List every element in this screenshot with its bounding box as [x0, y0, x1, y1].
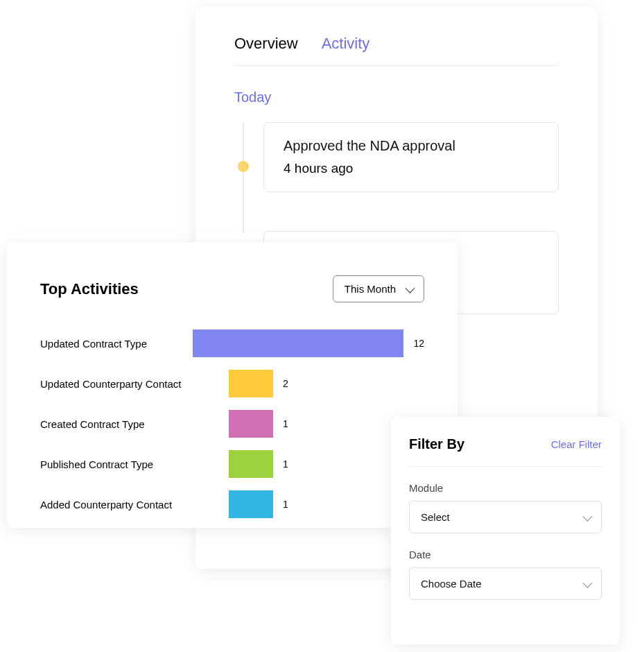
top-activities-panel: Top Activities This Month Updated Contra…	[7, 242, 458, 528]
period-selected-label: This Month	[345, 283, 396, 295]
activity-bar-fill	[229, 370, 273, 397]
tabs: Overview Activity	[234, 35, 559, 66]
period-select[interactable]: This Month	[333, 275, 424, 302]
activity-bar-row: Added Counterparty Contact1	[40, 484, 424, 524]
activity-bar-label: Created Contract Type	[40, 418, 229, 430]
event-title: Approved the NDA approval	[284, 138, 539, 154]
activity-bar-value: 1	[283, 458, 288, 470]
timeline-section-label: Today	[234, 89, 559, 105]
activity-bar-row: Updated Contract Type12	[40, 323, 424, 363]
date-select[interactable]: Choose Date	[409, 567, 602, 600]
event-time: 4 hours ago	[284, 161, 539, 176]
activity-bar-row: Updated Counterparty Contact2	[40, 363, 424, 404]
module-field-label: Module	[409, 482, 602, 494]
activity-bar-row: Published Contract Type1	[40, 444, 424, 484]
activity-bar-value: 1	[283, 418, 288, 429]
activity-bar-fill	[229, 410, 273, 438]
top-activities-title: Top Activities	[40, 280, 139, 298]
activity-bar-fill	[193, 329, 403, 357]
activity-bar-label: Updated Contract Type	[40, 338, 193, 350]
activity-bar-value: 12	[413, 338, 424, 349]
chevron-down-icon	[582, 578, 592, 587]
clear-filter-link[interactable]: Clear Filter	[551, 438, 602, 450]
activity-bar-fill	[229, 490, 273, 518]
chevron-down-icon	[582, 511, 592, 521]
activity-bar-fill	[229, 450, 273, 478]
activity-bar-label: Published Contract Type	[40, 458, 229, 470]
activity-bar-label: Updated Counterparty Contact	[40, 378, 229, 390]
activity-bar-row: Created Contract Type1	[40, 404, 424, 444]
activity-bar-value: 2	[283, 378, 288, 389]
tab-overview[interactable]: Overview	[234, 35, 298, 53]
activities-chart: Updated Contract Type12Updated Counterpa…	[40, 323, 424, 524]
module-select-value: Select	[421, 511, 450, 523]
timeline-line	[243, 122, 244, 233]
chevron-down-icon	[405, 283, 415, 293]
tab-activity[interactable]: Activity	[322, 35, 370, 53]
filter-title: Filter By	[409, 436, 464, 452]
date-field-label: Date	[409, 549, 602, 560]
module-select[interactable]: Select	[409, 501, 602, 533]
date-select-value: Choose Date	[421, 578, 482, 590]
timeline-dot-icon	[238, 161, 249, 172]
activity-bar-label: Added Counterparty Contact	[40, 499, 229, 511]
timeline-event[interactable]: Approved the NDA approval 4 hours ago	[263, 122, 559, 192]
activity-bar-value: 1	[283, 499, 288, 510]
filter-panel: Filter By Clear Filter Module Select Dat…	[391, 417, 620, 644]
